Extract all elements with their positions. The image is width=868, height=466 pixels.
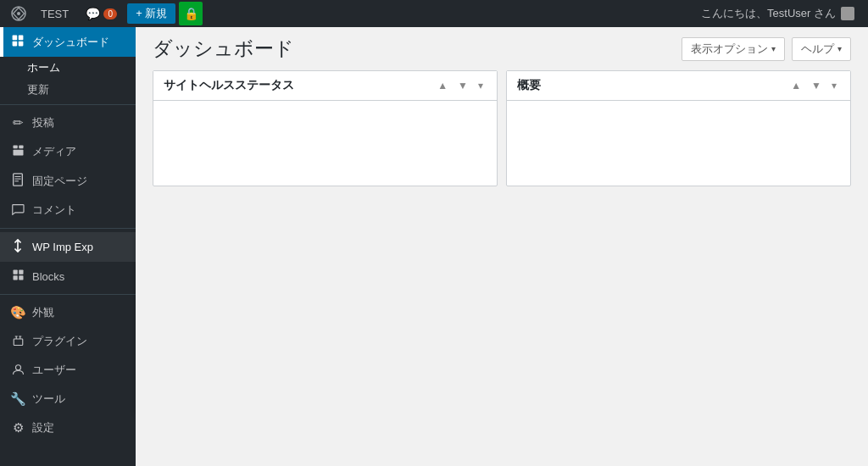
user-greeting[interactable]: こんにちは、TestUser さん [694, 6, 861, 21]
dashboard-widgets: サイトヘルスステータス ▲ ▼ ▾ 概要 ▲ [153, 70, 851, 186]
svg-rect-2 [13, 36, 18, 41]
dashboard-icon [10, 34, 25, 50]
svg-rect-4 [13, 42, 18, 47]
comments-adminbar[interactable]: 💬 0 [79, 0, 124, 27]
widget-glance-expand[interactable]: ▲ [787, 78, 804, 93]
display-options-arrow: ▾ [771, 44, 776, 53]
svg-rect-8 [13, 150, 23, 156]
widget-site-health-title: サイトヘルスステータス [164, 78, 294, 93]
help-arrow: ▾ [837, 44, 842, 53]
svg-rect-3 [19, 36, 24, 41]
widget-glance-menu[interactable]: ▾ [828, 78, 840, 93]
sidebar-item-wp-imp-exp-wrapper: WP Imp Exp WP Imp Exp New Export Manage … [0, 232, 136, 262]
admin-bar: TEST 💬 0 + 新規 🔒 こんにちは、TestUser さん [0, 0, 868, 27]
media-icon [10, 144, 25, 159]
plugins-icon [10, 334, 25, 349]
sidebar-item-tools[interactable]: 🔧 ツール [0, 385, 136, 413]
help-button[interactable]: ヘルプ ▾ [792, 37, 851, 61]
svg-rect-5 [19, 42, 24, 47]
sidebar-item-comments[interactable]: コメント [0, 196, 136, 225]
widget-site-health: サイトヘルスステータス ▲ ▼ ▾ [153, 70, 498, 186]
wp-logo-icon[interactable] [7, 0, 31, 27]
avatar [841, 7, 854, 20]
blocks-icon [10, 269, 25, 284]
new-content-button[interactable]: + 新規 [127, 3, 175, 24]
widget-at-a-glance-header: 概要 ▲ ▼ ▾ [507, 71, 850, 101]
svg-rect-17 [14, 339, 23, 346]
lock-icon: 🔒 [184, 7, 198, 20]
svg-point-1 [17, 12, 20, 15]
widget-site-health-collapse[interactable]: ▼ [454, 78, 471, 93]
settings-icon: ⚙ [10, 420, 25, 435]
sidebar-item-posts[interactable]: ✏ 投稿 [0, 108, 136, 137]
wp-imp-exp-icon [10, 239, 25, 255]
security-button[interactable]: 🔒 [179, 2, 203, 25]
sidebar-subitem-update[interactable]: 更新 [0, 79, 136, 101]
site-name[interactable]: TEST [34, 0, 75, 27]
sidebar-item-users[interactable]: ユーザー [0, 356, 136, 385]
sidebar-item-blocks[interactable]: Blocks [0, 262, 136, 291]
widget-site-health-header: サイトヘルスステータス ▲ ▼ ▾ [153, 71, 497, 101]
sidebar-item-plugins[interactable]: プラグイン [0, 327, 136, 356]
svg-point-18 [15, 364, 20, 369]
display-options-button[interactable]: 表示オプション ▾ [682, 37, 785, 61]
pages-icon [10, 173, 25, 189]
svg-rect-14 [19, 270, 23, 275]
svg-rect-7 [19, 146, 23, 149]
sidebar-item-pages[interactable]: 固定ページ [0, 166, 136, 196]
widget-site-health-expand[interactable]: ▲ [434, 78, 451, 93]
sidebar-item-media[interactable]: メディア [0, 137, 136, 166]
widget-at-a-glance-body [507, 101, 850, 186]
svg-rect-6 [13, 146, 17, 149]
widget-at-a-glance: 概要 ▲ ▼ ▾ [506, 70, 851, 186]
svg-rect-9 [14, 174, 23, 186]
widget-at-a-glance-title: 概要 [517, 78, 541, 93]
comment-icon: 💬 [86, 7, 100, 20]
widget-site-health-body [153, 101, 497, 186]
posts-icon: ✏ [10, 115, 25, 130]
sidebar-item-settings[interactable]: ⚙ 設定 [0, 413, 136, 442]
widget-site-health-menu[interactable]: ▾ [475, 78, 487, 93]
page-title: ダッシュボード [153, 36, 294, 62]
users-icon [10, 363, 25, 378]
tools-icon: 🔧 [10, 391, 25, 407]
sidebar-subitem-home[interactable]: ホーム [0, 57, 136, 79]
comments-icon [10, 203, 25, 218]
svg-rect-16 [19, 275, 23, 280]
svg-rect-13 [13, 270, 17, 275]
appearance-icon: 🎨 [10, 305, 25, 320]
admin-sidebar: ダッシュボード ホーム 更新 ✏ 投稿 メディア 固定ページ [0, 27, 136, 466]
sidebar-item-wp-imp-exp[interactable]: WP Imp Exp [0, 232, 136, 262]
page-header: ダッシュボード 表示オプション ▾ ヘルプ ▾ [153, 36, 851, 62]
sidebar-item-appearance[interactable]: 🎨 外観 [0, 298, 136, 327]
widget-glance-collapse[interactable]: ▼ [808, 78, 825, 93]
svg-rect-15 [13, 275, 17, 280]
main-content: ダッシュボード 表示オプション ▾ ヘルプ ▾ [136, 27, 868, 466]
sidebar-item-dashboard[interactable]: ダッシュボード [0, 27, 136, 57]
